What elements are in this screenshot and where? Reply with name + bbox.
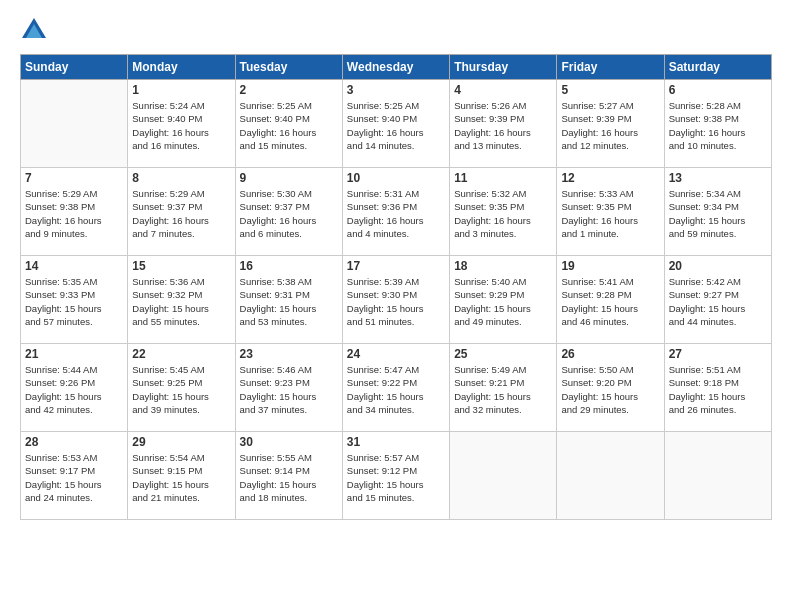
day-number: 12 bbox=[561, 171, 659, 185]
day-info: Sunrise: 5:29 AM Sunset: 9:37 PM Dayligh… bbox=[132, 187, 230, 240]
day-info: Sunrise: 5:50 AM Sunset: 9:20 PM Dayligh… bbox=[561, 363, 659, 416]
calendar-cell: 28Sunrise: 5:53 AM Sunset: 9:17 PM Dayli… bbox=[21, 432, 128, 520]
day-info: Sunrise: 5:42 AM Sunset: 9:27 PM Dayligh… bbox=[669, 275, 767, 328]
calendar-cell bbox=[664, 432, 771, 520]
week-row-3: 14Sunrise: 5:35 AM Sunset: 9:33 PM Dayli… bbox=[21, 256, 772, 344]
calendar-page: SundayMondayTuesdayWednesdayThursdayFrid… bbox=[0, 0, 792, 612]
day-number: 26 bbox=[561, 347, 659, 361]
weekday-header-friday: Friday bbox=[557, 55, 664, 80]
calendar-cell: 30Sunrise: 5:55 AM Sunset: 9:14 PM Dayli… bbox=[235, 432, 342, 520]
weekday-header-monday: Monday bbox=[128, 55, 235, 80]
calendar-cell: 19Sunrise: 5:41 AM Sunset: 9:28 PM Dayli… bbox=[557, 256, 664, 344]
day-number: 23 bbox=[240, 347, 338, 361]
logo-icon bbox=[20, 16, 48, 44]
day-number: 27 bbox=[669, 347, 767, 361]
day-info: Sunrise: 5:31 AM Sunset: 9:36 PM Dayligh… bbox=[347, 187, 445, 240]
day-number: 7 bbox=[25, 171, 123, 185]
calendar-cell: 25Sunrise: 5:49 AM Sunset: 9:21 PM Dayli… bbox=[450, 344, 557, 432]
day-info: Sunrise: 5:44 AM Sunset: 9:26 PM Dayligh… bbox=[25, 363, 123, 416]
day-number: 13 bbox=[669, 171, 767, 185]
day-number: 17 bbox=[347, 259, 445, 273]
calendar-cell: 22Sunrise: 5:45 AM Sunset: 9:25 PM Dayli… bbox=[128, 344, 235, 432]
day-number: 11 bbox=[454, 171, 552, 185]
week-row-2: 7Sunrise: 5:29 AM Sunset: 9:38 PM Daylig… bbox=[21, 168, 772, 256]
calendar-cell: 27Sunrise: 5:51 AM Sunset: 9:18 PM Dayli… bbox=[664, 344, 771, 432]
day-info: Sunrise: 5:33 AM Sunset: 9:35 PM Dayligh… bbox=[561, 187, 659, 240]
day-info: Sunrise: 5:49 AM Sunset: 9:21 PM Dayligh… bbox=[454, 363, 552, 416]
day-number: 22 bbox=[132, 347, 230, 361]
weekday-header-tuesday: Tuesday bbox=[235, 55, 342, 80]
day-number: 25 bbox=[454, 347, 552, 361]
day-info: Sunrise: 5:40 AM Sunset: 9:29 PM Dayligh… bbox=[454, 275, 552, 328]
day-number: 21 bbox=[25, 347, 123, 361]
day-number: 10 bbox=[347, 171, 445, 185]
weekday-header-wednesday: Wednesday bbox=[342, 55, 449, 80]
calendar-cell: 12Sunrise: 5:33 AM Sunset: 9:35 PM Dayli… bbox=[557, 168, 664, 256]
calendar-cell: 29Sunrise: 5:54 AM Sunset: 9:15 PM Dayli… bbox=[128, 432, 235, 520]
weekday-header-thursday: Thursday bbox=[450, 55, 557, 80]
day-info: Sunrise: 5:41 AM Sunset: 9:28 PM Dayligh… bbox=[561, 275, 659, 328]
day-number: 20 bbox=[669, 259, 767, 273]
week-row-4: 21Sunrise: 5:44 AM Sunset: 9:26 PM Dayli… bbox=[21, 344, 772, 432]
weekday-header-saturday: Saturday bbox=[664, 55, 771, 80]
calendar-cell: 7Sunrise: 5:29 AM Sunset: 9:38 PM Daylig… bbox=[21, 168, 128, 256]
day-number: 14 bbox=[25, 259, 123, 273]
day-number: 29 bbox=[132, 435, 230, 449]
calendar-table: SundayMondayTuesdayWednesdayThursdayFrid… bbox=[20, 54, 772, 520]
calendar-cell: 11Sunrise: 5:32 AM Sunset: 9:35 PM Dayli… bbox=[450, 168, 557, 256]
calendar-cell: 5Sunrise: 5:27 AM Sunset: 9:39 PM Daylig… bbox=[557, 80, 664, 168]
calendar-cell: 4Sunrise: 5:26 AM Sunset: 9:39 PM Daylig… bbox=[450, 80, 557, 168]
day-info: Sunrise: 5:29 AM Sunset: 9:38 PM Dayligh… bbox=[25, 187, 123, 240]
day-info: Sunrise: 5:26 AM Sunset: 9:39 PM Dayligh… bbox=[454, 99, 552, 152]
day-info: Sunrise: 5:25 AM Sunset: 9:40 PM Dayligh… bbox=[347, 99, 445, 152]
day-number: 15 bbox=[132, 259, 230, 273]
day-number: 3 bbox=[347, 83, 445, 97]
day-info: Sunrise: 5:51 AM Sunset: 9:18 PM Dayligh… bbox=[669, 363, 767, 416]
day-number: 16 bbox=[240, 259, 338, 273]
day-number: 19 bbox=[561, 259, 659, 273]
day-info: Sunrise: 5:54 AM Sunset: 9:15 PM Dayligh… bbox=[132, 451, 230, 504]
week-row-5: 28Sunrise: 5:53 AM Sunset: 9:17 PM Dayli… bbox=[21, 432, 772, 520]
day-info: Sunrise: 5:39 AM Sunset: 9:30 PM Dayligh… bbox=[347, 275, 445, 328]
calendar-cell: 18Sunrise: 5:40 AM Sunset: 9:29 PM Dayli… bbox=[450, 256, 557, 344]
day-info: Sunrise: 5:55 AM Sunset: 9:14 PM Dayligh… bbox=[240, 451, 338, 504]
calendar-cell: 23Sunrise: 5:46 AM Sunset: 9:23 PM Dayli… bbox=[235, 344, 342, 432]
day-number: 18 bbox=[454, 259, 552, 273]
day-info: Sunrise: 5:36 AM Sunset: 9:32 PM Dayligh… bbox=[132, 275, 230, 328]
header bbox=[20, 16, 772, 44]
day-number: 24 bbox=[347, 347, 445, 361]
calendar-cell: 2Sunrise: 5:25 AM Sunset: 9:40 PM Daylig… bbox=[235, 80, 342, 168]
day-info: Sunrise: 5:24 AM Sunset: 9:40 PM Dayligh… bbox=[132, 99, 230, 152]
day-info: Sunrise: 5:35 AM Sunset: 9:33 PM Dayligh… bbox=[25, 275, 123, 328]
day-number: 30 bbox=[240, 435, 338, 449]
day-info: Sunrise: 5:25 AM Sunset: 9:40 PM Dayligh… bbox=[240, 99, 338, 152]
day-info: Sunrise: 5:34 AM Sunset: 9:34 PM Dayligh… bbox=[669, 187, 767, 240]
calendar-cell: 3Sunrise: 5:25 AM Sunset: 9:40 PM Daylig… bbox=[342, 80, 449, 168]
day-number: 1 bbox=[132, 83, 230, 97]
calendar-cell: 14Sunrise: 5:35 AM Sunset: 9:33 PM Dayli… bbox=[21, 256, 128, 344]
calendar-cell: 17Sunrise: 5:39 AM Sunset: 9:30 PM Dayli… bbox=[342, 256, 449, 344]
calendar-cell: 24Sunrise: 5:47 AM Sunset: 9:22 PM Dayli… bbox=[342, 344, 449, 432]
logo bbox=[20, 16, 52, 44]
calendar-cell bbox=[21, 80, 128, 168]
calendar-cell bbox=[557, 432, 664, 520]
day-number: 5 bbox=[561, 83, 659, 97]
calendar-cell: 31Sunrise: 5:57 AM Sunset: 9:12 PM Dayli… bbox=[342, 432, 449, 520]
calendar-cell: 21Sunrise: 5:44 AM Sunset: 9:26 PM Dayli… bbox=[21, 344, 128, 432]
calendar-cell: 9Sunrise: 5:30 AM Sunset: 9:37 PM Daylig… bbox=[235, 168, 342, 256]
calendar-cell: 1Sunrise: 5:24 AM Sunset: 9:40 PM Daylig… bbox=[128, 80, 235, 168]
calendar-cell bbox=[450, 432, 557, 520]
calendar-cell: 26Sunrise: 5:50 AM Sunset: 9:20 PM Dayli… bbox=[557, 344, 664, 432]
calendar-cell: 16Sunrise: 5:38 AM Sunset: 9:31 PM Dayli… bbox=[235, 256, 342, 344]
day-number: 31 bbox=[347, 435, 445, 449]
day-info: Sunrise: 5:45 AM Sunset: 9:25 PM Dayligh… bbox=[132, 363, 230, 416]
week-row-1: 1Sunrise: 5:24 AM Sunset: 9:40 PM Daylig… bbox=[21, 80, 772, 168]
day-info: Sunrise: 5:30 AM Sunset: 9:37 PM Dayligh… bbox=[240, 187, 338, 240]
weekday-header-row: SundayMondayTuesdayWednesdayThursdayFrid… bbox=[21, 55, 772, 80]
day-info: Sunrise: 5:57 AM Sunset: 9:12 PM Dayligh… bbox=[347, 451, 445, 504]
day-info: Sunrise: 5:28 AM Sunset: 9:38 PM Dayligh… bbox=[669, 99, 767, 152]
day-info: Sunrise: 5:38 AM Sunset: 9:31 PM Dayligh… bbox=[240, 275, 338, 328]
day-number: 6 bbox=[669, 83, 767, 97]
weekday-header-sunday: Sunday bbox=[21, 55, 128, 80]
day-number: 9 bbox=[240, 171, 338, 185]
